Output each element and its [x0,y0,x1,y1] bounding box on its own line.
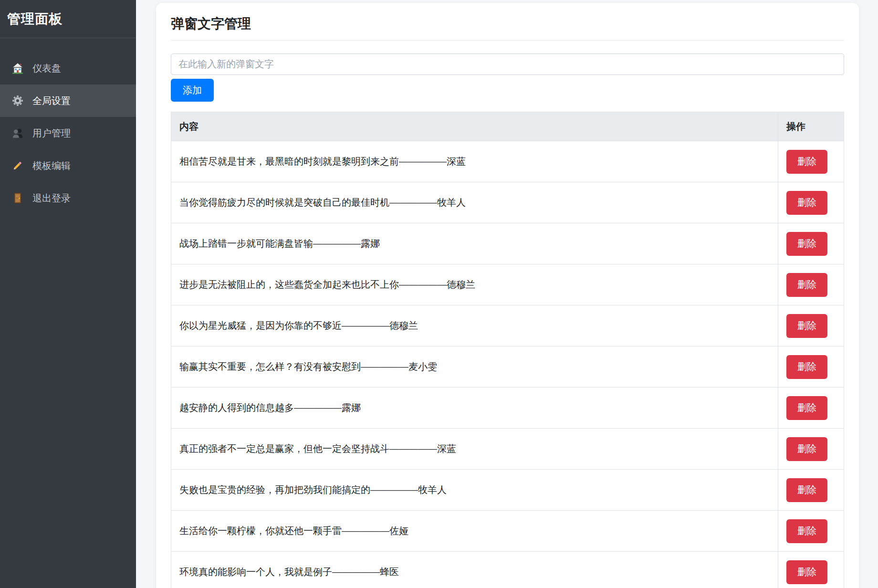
users-icon [11,127,24,139]
delete-button[interactable]: 删除 [786,519,827,543]
content-card: 弹窗文字管理 添加 内容 操作 相信苦 [156,3,859,588]
action-cell: 删除 [778,511,844,552]
add-button[interactable]: 添加 [171,79,214,102]
main-content: 弹窗文字管理 添加 内容 操作 相信苦 [136,0,878,588]
sidebar-item-label: 全局设置 [32,94,71,107]
delete-button[interactable]: 删除 [786,478,827,502]
sidebar-title: 管理面板 [0,0,136,38]
popup-text-cell: 战场上踏错一步就可能满盘皆输—————露娜 [171,223,778,264]
table-row: 输赢其实不重要，怎么样？有没有被安慰到—————麦小雯 删除 [171,346,844,388]
gear-icon [11,94,24,107]
column-header-action: 操作 [778,112,844,141]
popup-table-body: 相信苦尽就是甘来，最黑暗的时刻就是黎明到来之前—————深蓝 删除 当你觉得筋疲… [171,141,844,588]
column-header-content: 内容 [171,112,778,141]
table-row: 进步是无法被阻止的，这些蠢货全加起来也比不上你—————德穆兰 删除 [171,264,844,305]
action-cell: 删除 [778,305,844,346]
delete-button[interactable]: 删除 [786,273,827,297]
table-row: 真正的强者不一定总是赢家，但他一定会坚持战斗—————深蓝 删除 [171,429,844,470]
page-title: 弹窗文字管理 [171,16,844,32]
table-row: 相信苦尽就是甘来，最黑暗的时刻就是黎明到来之前—————深蓝 删除 [171,141,844,182]
sidebar-item-template-edit[interactable]: 模板编辑 [0,149,136,182]
table-row: 你以为星光威猛，是因为你靠的不够近—————德穆兰 删除 [171,305,844,346]
action-cell: 删除 [778,141,844,182]
table-row: 环境真的能影响一个人，我就是例子—————蜂医 删除 [171,552,844,588]
table-header-row: 内容 操作 [171,112,844,141]
sidebar-item-label: 退出登录 [32,192,71,205]
delete-button[interactable]: 删除 [786,150,827,174]
sidebar-item-user-management[interactable]: 用户管理 [0,117,136,149]
delete-button[interactable]: 删除 [786,396,827,420]
table-row: 战场上踏错一步就可能满盘皆输—————露娜 删除 [171,223,844,264]
popup-text-cell: 越安静的人得到的信息越多—————露娜 [171,388,778,429]
sidebar-item-global-settings[interactable]: 全局设置 [0,84,136,117]
popup-text-table-wrap: 内容 操作 相信苦尽就是甘来，最黑暗的时刻就是黎明到来之前—————深蓝 删除 … [171,112,844,588]
popup-text-cell: 相信苦尽就是甘来，最黑暗的时刻就是黎明到来之前—————深蓝 [171,141,778,182]
action-cell: 删除 [778,552,844,588]
door-icon [11,192,24,204]
title-divider [171,40,844,41]
action-cell: 删除 [778,429,844,470]
popup-text-cell: 当你觉得筋疲力尽的时候就是突破自己的最佳时机—————牧羊人 [171,182,778,223]
delete-button[interactable]: 删除 [786,560,827,584]
action-cell: 删除 [778,470,844,511]
new-popup-text-input[interactable] [171,53,844,75]
delete-button[interactable]: 删除 [786,314,827,338]
popup-text-cell: 输赢其实不重要，怎么样？有没有被安慰到—————麦小雯 [171,346,778,388]
table-row: 生活给你一颗柠檬，你就还他一颗手雷—————佐娅 删除 [171,511,844,552]
sidebar-item-label: 仪表盘 [32,62,61,75]
delete-button[interactable]: 删除 [786,437,827,461]
table-row: 越安静的人得到的信息越多—————露娜 删除 [171,388,844,429]
action-cell: 删除 [778,264,844,305]
action-cell: 删除 [778,346,844,388]
popup-text-cell: 环境真的能影响一个人，我就是例子—————蜂医 [171,552,778,588]
popup-text-cell: 失败也是宝贵的经验，再加把劲我们能搞定的—————牧羊人 [171,470,778,511]
sidebar-item-dashboard[interactable]: 仪表盘 [0,52,136,84]
sidebar-menu: 仪表盘 全局设置 用户管理 模板编辑 [0,38,136,214]
popup-text-cell: 进步是无法被阻止的，这些蠢货全加起来也比不上你—————德穆兰 [171,264,778,305]
table-row: 当你觉得筋疲力尽的时候就是突破自己的最佳时机—————牧羊人 删除 [171,182,844,223]
house-icon [11,62,24,74]
app-window: 管理面板 仪表盘 全局设置 用户管理 [0,0,878,588]
action-cell: 删除 [778,223,844,264]
delete-button[interactable]: 删除 [786,232,827,256]
pencil-icon [11,159,24,172]
table-row: 失败也是宝贵的经验，再加把劲我们能搞定的—————牧羊人 删除 [171,470,844,511]
sidebar-item-label: 用户管理 [32,127,71,140]
popup-text-cell: 生活给你一颗柠檬，你就还他一颗手雷—————佐娅 [171,511,778,552]
delete-button[interactable]: 删除 [786,191,827,215]
sidebar-item-logout[interactable]: 退出登录 [0,182,136,214]
sidebar-item-label: 模板编辑 [32,159,71,172]
popup-text-table: 内容 操作 相信苦尽就是甘来，最黑暗的时刻就是黎明到来之前—————深蓝 删除 … [171,112,844,588]
popup-text-cell: 你以为星光威猛，是因为你靠的不够近—————德穆兰 [171,305,778,346]
delete-button[interactable]: 删除 [786,355,827,379]
action-cell: 删除 [778,388,844,429]
action-cell: 删除 [778,182,844,223]
popup-text-cell: 真正的强者不一定总是赢家，但他一定会坚持战斗—————深蓝 [171,429,778,470]
sidebar: 管理面板 仪表盘 全局设置 用户管理 [0,0,136,588]
